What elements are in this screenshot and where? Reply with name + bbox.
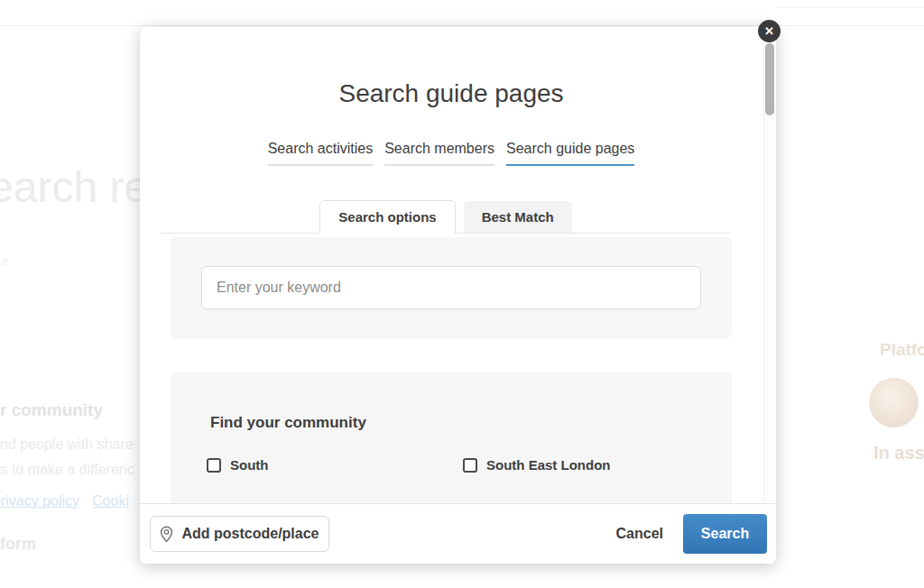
page: earch resu e r community nd people with … [0,0,924,588]
background-platform-text: Platfo [880,340,924,360]
search-type-links: Search activities Search members Search … [140,141,762,166]
search-button[interactable]: Search [683,514,767,554]
background-photo-circle [869,378,919,427]
tab-best-match[interactable]: Best Match [464,201,572,233]
modal-footer: Add postcode/place Cancel Search [140,503,776,564]
search-mode-tabbar: Search options Best Match [161,200,731,234]
scrollbar-thumb[interactable] [765,43,774,115]
checkbox-label: South East London [486,457,610,473]
background-footer-links: privacy policyCooki [0,493,142,510]
community-heading: Find your community [171,372,732,432]
privacy-policy-link[interactable]: privacy policy [0,493,79,509]
location-pin-icon [160,526,173,543]
community-options-row: South South East London [171,457,732,473]
background-text-line2: ts to make a differenc [0,462,134,478]
background-community-heading: r community [0,400,103,420]
community-option-south-east-london[interactable]: South East London [463,457,719,473]
search-modal: ✕ Search guide pages Search activities S… [140,27,776,564]
checkbox-icon[interactable] [463,458,477,473]
add-postcode-label: Add postcode/place [181,526,319,542]
background-association-text: In asso [873,443,924,464]
link-search-guide-pages[interactable]: Search guide pages [506,141,634,166]
keyword-panel [171,237,732,338]
modal-scrollbar[interactable] [763,41,775,502]
tab-search-options[interactable]: Search options [319,200,455,234]
add-postcode-button[interactable]: Add postcode/place [150,516,329,552]
link-search-activities[interactable]: Search activities [268,141,374,166]
cookie-policy-link[interactable]: Cooki [92,493,129,509]
keyword-input[interactable] [201,266,701,309]
cancel-button[interactable]: Cancel [616,526,663,542]
background-form-text: form [0,535,36,554]
background-text-line1: nd people with share [0,436,134,453]
background-subtext: e [2,254,9,269]
modal-title: Search guide pages [140,79,762,108]
community-option-south[interactable]: South [207,457,463,473]
link-search-members[interactable]: Search members [384,141,494,166]
checkbox-icon[interactable] [207,458,221,473]
background-header-divider [0,25,924,26]
background-header-divider-right [776,7,924,8]
close-icon[interactable]: ✕ [758,20,781,42]
checkbox-label: South [230,457,269,473]
